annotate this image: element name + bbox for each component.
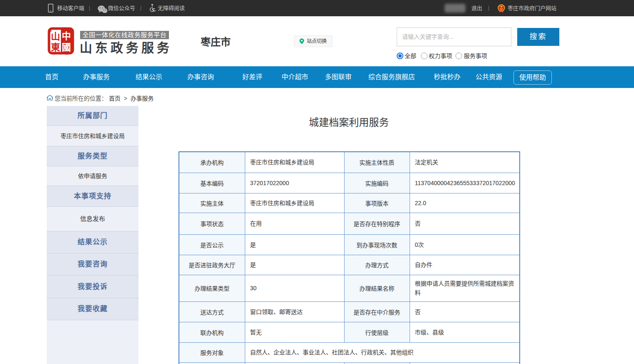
svg-text:東: 東 bbox=[51, 42, 60, 53]
svg-text:國: 國 bbox=[62, 42, 71, 53]
svg-text:山: 山 bbox=[51, 31, 60, 42]
svg-text:中: 中 bbox=[62, 31, 71, 41]
